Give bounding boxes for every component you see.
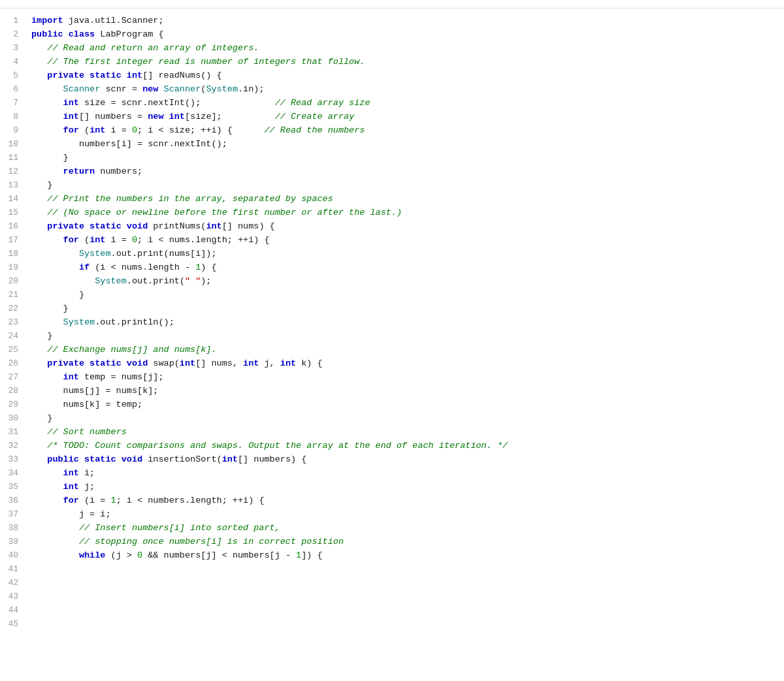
line-number: 28 [5, 384, 18, 398]
line-number: 5 [5, 69, 18, 82]
line-number: 41 [5, 562, 18, 576]
line-number: 21 [5, 288, 18, 302]
code-line: int size = scnr.nextInt(); // Read array… [31, 96, 784, 110]
code-line: j = i; [31, 507, 784, 521]
code-line: System.out.println(); [31, 315, 784, 329]
line-number: 18 [5, 247, 18, 261]
line-number: 6 [5, 82, 18, 96]
code-line: // Exchange nums[j] and nums[k]. [31, 343, 784, 356]
line-number: 12 [5, 165, 18, 178]
line-number: 35 [5, 480, 18, 494]
line-number: 2 [5, 27, 18, 41]
line-number: 27 [5, 370, 18, 384]
code-line: int j; [31, 480, 784, 494]
code-line: numbers[i] = scnr.nextInt(); [31, 137, 784, 151]
line-number: 33 [5, 452, 18, 466]
code-line: int i; [31, 466, 784, 480]
code-line: } [31, 178, 784, 192]
line-number: 3 [5, 41, 18, 55]
line-number: 11 [5, 151, 18, 165]
line-number: 39 [5, 535, 18, 548]
line-number: 23 [5, 315, 18, 329]
line-number: 43 [5, 590, 18, 603]
code-line: import java.util.Scanner; [31, 14, 784, 27]
code-line: } [31, 302, 784, 315]
code-line: for (int i = 0; i < nums.length; ++i) { [31, 233, 784, 247]
line-number: 24 [5, 329, 18, 343]
code-line: int[] numbers = new int[size]; // Create… [31, 110, 784, 123]
code-line: } [31, 329, 784, 343]
code-line: // The first integer read is number of i… [31, 55, 784, 69]
editor-header [0, 0, 784, 8]
code-line: private static void swap(int[] nums, int… [31, 356, 784, 370]
line-number: 40 [5, 548, 18, 562]
line-number: 16 [5, 219, 18, 233]
code-line: nums[k] = temp; [31, 398, 784, 411]
line-number: 19 [5, 261, 18, 274]
line-number: 36 [5, 494, 18, 507]
line-number: 29 [5, 398, 18, 411]
line-number: 8 [5, 110, 18, 123]
code-line: // Sort numbers [31, 425, 784, 439]
code-line: /* TODO: Count comparisons and swaps. Ou… [31, 439, 784, 452]
code-line: while (j > 0 && numbers[j] < numbers[j -… [31, 548, 784, 562]
code-line: } [31, 411, 784, 425]
code-line: // Read and return an array of integers. [31, 41, 784, 55]
code-editor: 1234567891011121314151617181920212223242… [0, 8, 784, 661]
code-line: private static int[] readNums() { [31, 69, 784, 82]
code-line: public class LabProgram { [31, 27, 784, 41]
code-line: } [31, 151, 784, 165]
code-line: return numbers; [31, 165, 784, 178]
line-number: 9 [5, 123, 18, 137]
line-number: 17 [5, 233, 18, 247]
line-number: 20 [5, 274, 18, 288]
code-line: nums[j] = nums[k]; [31, 384, 784, 398]
line-number: 38 [5, 521, 18, 535]
line-number: 15 [5, 206, 18, 219]
code-line: } [31, 288, 784, 302]
code-line: public static void insertionSort(int[] n… [31, 452, 784, 466]
line-number: 1 [5, 14, 18, 27]
line-number: 22 [5, 302, 18, 315]
line-number: 45 [5, 617, 18, 631]
code-line: private static void printNums(int[] nums… [31, 219, 784, 233]
code-content[interactable]: import java.util.Scanner;public class La… [24, 14, 784, 656]
code-line: Scanner scnr = new Scanner(System.in); [31, 82, 784, 96]
line-number: 7 [5, 96, 18, 110]
code-line: for (i = 1; i < numbers.length; ++i) { [31, 494, 784, 507]
line-number: 32 [5, 439, 18, 452]
line-number: 42 [5, 576, 18, 590]
code-line: if (i < nums.length - 1) { [31, 261, 784, 274]
line-number: 31 [5, 425, 18, 439]
line-number: 30 [5, 411, 18, 425]
line-number: 10 [5, 137, 18, 151]
line-number: 4 [5, 55, 18, 69]
code-line: // Insert numbers[i] into sorted part, [31, 521, 784, 535]
code-line: System.out.print(nums[i]); [31, 247, 784, 261]
line-number: 25 [5, 343, 18, 356]
code-line: for (int i = 0; i < size; ++i) { // Read… [31, 123, 784, 137]
line-number: 26 [5, 356, 18, 370]
line-number: 34 [5, 466, 18, 480]
line-number: 37 [5, 507, 18, 521]
line-number: 14 [5, 192, 18, 206]
line-number-gutter: 1234567891011121314151617181920212223242… [0, 14, 24, 656]
code-line: System.out.print(" "); [31, 274, 784, 288]
code-line: // (No space or newline before the first… [31, 206, 784, 219]
code-line: // Print the numbers in the array, separ… [31, 192, 784, 206]
code-line: int temp = nums[j]; [31, 370, 784, 384]
line-number: 44 [5, 603, 18, 617]
code-line: // stopping once numbers[i] is in correc… [31, 535, 784, 548]
line-number: 13 [5, 178, 18, 192]
